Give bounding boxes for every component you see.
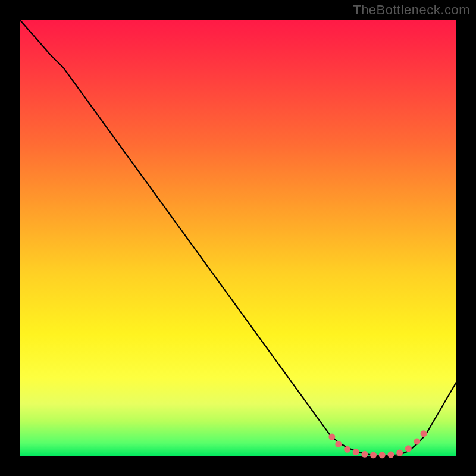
data-point (405, 445, 412, 452)
chart-frame: TheBottleneck.com (0, 0, 476, 476)
data-point (335, 441, 342, 447)
data-point (328, 434, 335, 440)
main-curve (20, 20, 456, 456)
data-point (379, 452, 386, 458)
data-point (361, 451, 368, 458)
data-point (353, 449, 359, 455)
data-point (344, 446, 350, 453)
line-chart-svg (20, 20, 456, 456)
watermark: TheBottleneck.com (353, 2, 470, 18)
data-point (396, 450, 403, 456)
gradient-plot-area (20, 20, 456, 456)
marker-group (328, 430, 427, 458)
data-point (387, 452, 394, 458)
data-point (421, 430, 427, 437)
data-point (370, 452, 377, 458)
data-point (414, 439, 420, 445)
